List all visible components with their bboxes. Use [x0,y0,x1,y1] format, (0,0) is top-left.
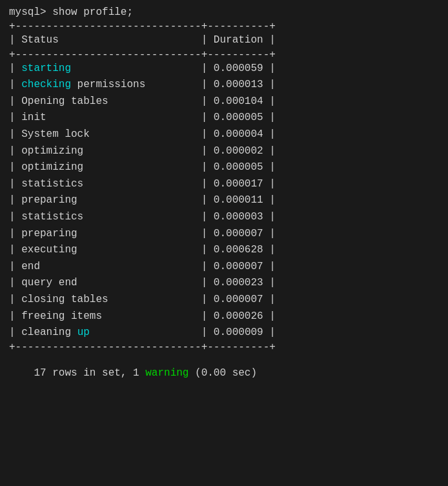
table-row: | executing | 0.000628 | [9,242,439,259]
table-row: | statistics | 0.000003 | [9,209,439,226]
table-row: | end | 0.000007 | [9,259,439,276]
table-row: | closing tables | 0.000007 | [9,292,439,309]
table-row: | System lock | 0.000004 | [9,127,439,143]
terminal-window: mysql> show profile; +------------------… [9,6,439,390]
table-row: | preparing | 0.000007 | [9,226,439,243]
table-row: | preparing | 0.000011 | [9,192,439,209]
table-row: | freeing items | 0.000026 | [9,309,439,325]
table-row: | optimizing | 0.000005 | [9,159,439,176]
table-row: | optimizing | 0.000002 | [9,143,439,160]
footer-warning: warning [145,367,188,379]
table-row: | checking permissions | 0.000013 | [9,77,439,94]
footer-suffix: (0.00 sec) [188,367,257,379]
separator-mid: +------------------------------+--------… [9,49,439,61]
table-row: | init | 0.000005 | [9,110,439,127]
table-row: | statistics | 0.000017 | [9,176,439,193]
footer-prefix: 17 rows in set, 1 [34,367,145,379]
table-body: | starting | 0.000059 || checking permis… [9,61,439,341]
separator-bottom: +------------------------------+--------… [9,341,439,353]
footer-line: 17 rows in set, 1 warning (0.00 sec) [9,356,439,390]
table-row: | cleaning up | 0.000009 | [9,325,439,341]
prompt-line: mysql> show profile; [9,6,439,18]
separator-top: +------------------------------+--------… [9,21,439,32]
table-row: | starting | 0.000059 | [9,61,439,77]
table-row: | query end | 0.000023 | [9,275,439,292]
table-row: | Opening tables | 0.000104 | [9,94,439,110]
table-header: | Status | Duration | [9,32,439,49]
